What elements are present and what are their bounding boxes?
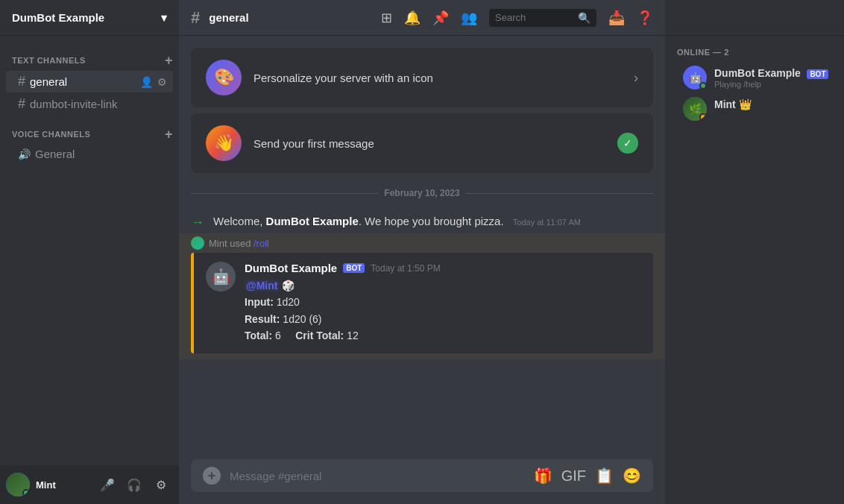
used-command-row: Mint used /roll [191, 236, 653, 250]
message-input-box: + 🎁 GIF 📋 😊 [191, 459, 653, 492]
current-username: Mint [36, 479, 89, 491]
card-arrow-icon: › [634, 70, 638, 86]
search-input[interactable] [495, 12, 573, 23]
header-icons: ⊞ 🔔 📌 👥 🔍 📥 ❓ [381, 9, 653, 27]
input-icons: 🎁 GIF 📋 😊 [534, 467, 641, 485]
system-content: Welcome, DumBot Example. We hope you bro… [213, 213, 653, 230]
gif-button[interactable]: GIF [561, 467, 586, 485]
check-icon: ✓ [617, 133, 638, 154]
personalize-card[interactable]: 🎨 Personalize your server with an icon › [191, 48, 653, 107]
chat-messages: 🎨 Personalize your server with an icon ›… [179, 36, 665, 459]
member-item-mint[interactable]: 🌿 Mint 👑 [677, 94, 838, 124]
dumbot-status: Playing /help [714, 80, 832, 89]
mint-name-row: Mint 👑 [714, 98, 832, 110]
dumbot-name: DumBot Example [714, 67, 801, 79]
arrow-icon: → [191, 215, 204, 230]
member-item-dumbot[interactable]: 🤖 DumBot Example BOT Playing /help [677, 63, 838, 92]
mint-used-text: Mint used /roll [209, 238, 269, 249]
add-text-channel-button[interactable]: + [165, 54, 173, 67]
online-section: ONLINE — 2 🤖 DumBot Example BOT Playing … [665, 36, 844, 131]
add-voice-channel-button[interactable]: + [165, 127, 173, 141]
main-content: # general ⊞ 🔔 📌 👥 🔍 📥 ❓ 🎨 Personalize yo… [179, 0, 665, 504]
date-divider: February 10, 2023 [191, 188, 653, 198]
welcome-text: Welcome, DumBot Example. We hope you bro… [213, 213, 653, 230]
dumbot-badge: BOT [807, 69, 828, 79]
pin-icon[interactable]: 📌 [432, 10, 449, 26]
channel-item-general[interactable]: # general 👤 ⚙ [6, 71, 173, 92]
search-box[interactable]: 🔍 [489, 9, 596, 27]
bot-timestamp: Today at 1:50 PM [371, 263, 440, 274]
bot-content: DumBot Example BOT Today at 1:50 PM @Min… [245, 262, 641, 344]
bot-message-row: 🤖 DumBot Example BOT Today at 1:50 PM @M… [191, 253, 653, 353]
gift-icon[interactable]: 🎁 [534, 467, 552, 485]
dumbot-avatar: 🤖 [683, 66, 707, 89]
hash-icon-2: # [18, 96, 25, 112]
members-icon[interactable]: 👥 [461, 10, 477, 26]
bot-avatar: 🤖 [206, 262, 236, 292]
help-icon[interactable]: ❓ [637, 10, 653, 26]
attach-button[interactable]: + [203, 467, 221, 485]
dice-emoji: 🎲 [282, 280, 295, 292]
result-line: Result: 1d20 (6) [245, 311, 641, 327]
bot-name-row: DumBot Example BOT Today at 1:50 PM [245, 262, 641, 274]
welcome-username: DumBot Example [266, 215, 359, 227]
mint-idle-dot [699, 113, 707, 121]
text-channels-header: TEXT CHANNELS + [0, 42, 179, 70]
voice-channel-name: General [35, 148, 75, 160]
server-name: DumBot Example [12, 11, 104, 24]
headphones-button[interactable]: 🎧 [122, 473, 146, 497]
divider-line-left [191, 193, 378, 194]
bot-badge: BOT [343, 263, 365, 273]
mention-tag: @Mint [245, 280, 279, 292]
mint-avatar: 🌿 [683, 97, 707, 121]
date-label: February 10, 2023 [384, 188, 459, 198]
input-line: Input: 1d20 [245, 294, 641, 310]
first-message-text: Send your first message [253, 137, 605, 150]
dumbot-name-row: DumBot Example BOT [714, 66, 832, 80]
channel-list: TEXT CHANNELS + # general 👤 ⚙ # dumbot-i… [0, 36, 179, 465]
channel-name-invite: dumbot-invite-link [30, 98, 118, 110]
settings-icon[interactable]: ⚙ [157, 76, 167, 88]
personalize-icon: 🎨 [206, 60, 242, 95]
roll-command: /roll [253, 238, 269, 249]
channel-item-dumbot-invite-link[interactable]: # dumbot-invite-link [6, 93, 173, 115]
mention-line: @Mint 🎲 [245, 277, 641, 294]
add-channel-icon[interactable]: ⊞ [381, 10, 392, 26]
inbox-icon[interactable]: 📥 [608, 10, 625, 26]
mic-button[interactable]: 🎤 [95, 473, 119, 497]
add-member-icon[interactable]: 👤 [140, 76, 153, 88]
chevron-down-icon: ▾ [161, 11, 167, 25]
bell-icon[interactable]: 🔔 [404, 10, 421, 26]
channel-name-general: general [30, 75, 67, 88]
voice-channel-general[interactable]: 🔊 General [6, 145, 173, 163]
message-input[interactable] [230, 470, 525, 482]
message-input-area: + 🎁 GIF 📋 😊 [179, 459, 665, 504]
apps-icon[interactable]: 📋 [595, 467, 614, 485]
hash-icon: # [18, 74, 25, 89]
crown-icon: 👑 [739, 98, 752, 110]
system-message: → Welcome, DumBot Example. We hope you b… [179, 210, 665, 233]
footer-controls: 🎤 🎧 ⚙ [95, 473, 173, 497]
mint-name: Mint [714, 98, 736, 110]
online-header: ONLINE — 2 [677, 48, 838, 57]
right-sidebar-header [665, 0, 844, 36]
channel-hash-icon: # [191, 8, 200, 28]
speaker-icon: 🔊 [18, 148, 31, 160]
chat-channel-name: general [209, 11, 248, 24]
mint-status [714, 110, 832, 119]
first-message-card[interactable]: 👋 Send your first message ✓ [191, 113, 653, 173]
first-message-icon: 👋 [206, 125, 242, 161]
dumbot-online-dot [699, 82, 707, 89]
mint-info: Mint 👑 [714, 98, 832, 119]
search-icon: 🔍 [578, 12, 591, 24]
right-sidebar: ONLINE — 2 🤖 DumBot Example BOT Playing … [665, 0, 844, 504]
mint-avatar-tiny [191, 236, 204, 250]
onboarding-cards: 🎨 Personalize your server with an icon ›… [179, 48, 665, 176]
system-timestamp: Today at 11:07 AM [513, 218, 581, 227]
total-line: Total: 6 Crit Total: 12 [245, 327, 641, 344]
server-header[interactable]: DumBot Example ▾ [0, 0, 179, 36]
emoji-icon[interactable]: 😊 [623, 467, 641, 485]
current-user-avatar [6, 473, 30, 497]
user-settings-button[interactable]: ⚙ [149, 473, 173, 497]
chat-header: # general ⊞ 🔔 📌 👥 🔍 📥 ❓ [179, 0, 665, 36]
